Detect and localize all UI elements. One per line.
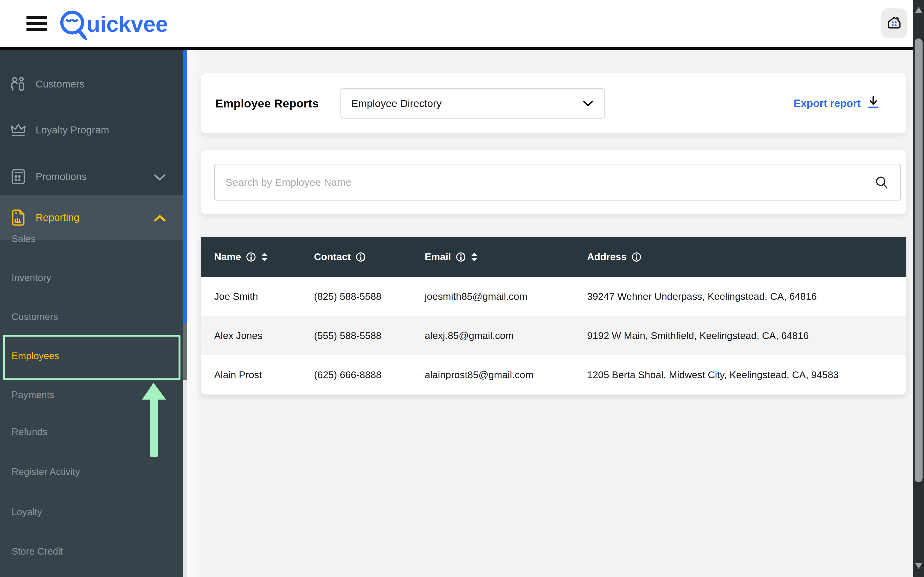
home-icon	[887, 15, 902, 31]
search-card	[201, 150, 906, 214]
column-header-name: Name	[214, 251, 268, 263]
chevron-down-icon	[582, 100, 594, 107]
sidebar-subitem-payments[interactable]: Payments	[0, 375, 183, 414]
column-header-contact: Contact	[314, 251, 366, 263]
home-apps-button[interactable]	[881, 8, 907, 38]
sidebar-item-loyalty-program[interactable]: Loyalty Program	[0, 109, 183, 151]
report-type-value: Employee Directory	[351, 98, 441, 110]
cell-email: alexj.85@gmail.com	[425, 316, 514, 355]
cell-name: Joe Smith	[214, 277, 258, 316]
report-header-card: Employee Reports Employee Directory Expo…	[201, 73, 906, 134]
search-icon[interactable]	[874, 175, 889, 190]
table-row: Alain Prost (625) 666-8888 alainprost85@…	[201, 355, 906, 395]
sidebar-subitem-store-credit[interactable]: Store Credit	[0, 532, 183, 571]
chevron-down-icon	[153, 172, 166, 181]
employee-table: Name Contact Email	[201, 237, 906, 395]
promotions-icon	[9, 168, 27, 186]
sidebar-subitem-register-activity[interactable]: Register Activity	[0, 452, 183, 491]
main-content: Employee Reports Employee Directory Expo…	[187, 50, 913, 577]
info-icon[interactable]	[355, 252, 366, 262]
table-header-row: Name Contact Email	[201, 237, 906, 277]
report-type-dropdown[interactable]: Employee Directory	[341, 88, 605, 119]
export-report-button[interactable]: Export report	[793, 73, 879, 134]
sidebar-subitem-employees[interactable]: Employees	[0, 336, 183, 375]
customers-icon	[9, 75, 27, 93]
info-icon[interactable]	[456, 252, 466, 262]
cell-name: Alex Jones	[214, 316, 263, 355]
sidebar-subitem-customers[interactable]: Customers	[0, 297, 183, 336]
cell-contact: (825) 588-5588	[314, 277, 381, 316]
scroll-down-arrow[interactable]	[914, 562, 922, 570]
page-scrollbar[interactable]	[913, 0, 924, 577]
sidebar-scrollbar[interactable]	[183, 50, 187, 577]
cell-address: 1205 Berta Shoal, Midwest City, Keelings…	[587, 355, 838, 395]
logo-text: uickvee	[87, 12, 168, 36]
sidebar-subitem-sales[interactable]: Sales	[0, 219, 183, 258]
sidebar-subitem-loyalty[interactable]: Loyalty	[0, 492, 183, 531]
search-input[interactable]	[225, 164, 871, 200]
scroll-up-arrow[interactable]	[914, 6, 922, 13]
column-header-email: Email	[425, 251, 478, 263]
download-icon	[867, 95, 879, 111]
sidebar-item-label: Loyalty Program	[36, 124, 109, 136]
cell-email: alainprost85@gmail.com	[425, 355, 533, 395]
sidebar-item-promotions[interactable]: Promotions	[0, 156, 183, 198]
sidebar-subitem-inventory[interactable]: Inventory	[0, 258, 183, 297]
table-row: Alex Jones (555) 588-5588 alexj.85@gmail…	[201, 316, 906, 355]
info-icon[interactable]	[632, 252, 641, 262]
info-icon[interactable]	[246, 252, 256, 262]
sort-icon[interactable]	[261, 252, 268, 262]
sidebar: Customers Loyalty Program	[0, 50, 183, 577]
cell-address: 39247 Wehner Underpass, Keelingstead, CA…	[587, 277, 817, 316]
sort-icon[interactable]	[471, 252, 478, 262]
sidebar-item-customers[interactable]: Customers	[0, 63, 183, 105]
cell-email: joesmith85@gmail.com	[425, 277, 527, 316]
cell-contact: (625) 666-8888	[314, 355, 381, 395]
app-window: uickvee	[0, 0, 924, 577]
cell-address: 9192 W Main, Smithfield, Keelingstead, C…	[587, 316, 809, 355]
sidebar-item-label: Promotions	[36, 171, 87, 182]
sidebar-subitem-refunds[interactable]: Refunds	[0, 412, 183, 451]
menu-icon[interactable]	[26, 16, 47, 31]
top-bar: uickvee	[0, 0, 913, 50]
sidebar-scrollbar-thumb[interactable]	[183, 50, 187, 322]
table-row: Joe Smith (825) 588-5588 joesmith85@gmai…	[201, 277, 906, 316]
crown-icon	[9, 121, 27, 139]
cell-name: Alain Prost	[214, 355, 262, 395]
page-title: Employee Reports	[215, 73, 318, 134]
cell-contact: (555) 588-5588	[314, 316, 381, 355]
sidebar-item-label: Customers	[36, 78, 84, 90]
quickvee-logo[interactable]: uickvee	[57, 5, 170, 41]
search-field	[214, 164, 901, 200]
column-header-address: Address	[587, 251, 641, 263]
scrollbar-thumb[interactable]	[914, 39, 922, 482]
